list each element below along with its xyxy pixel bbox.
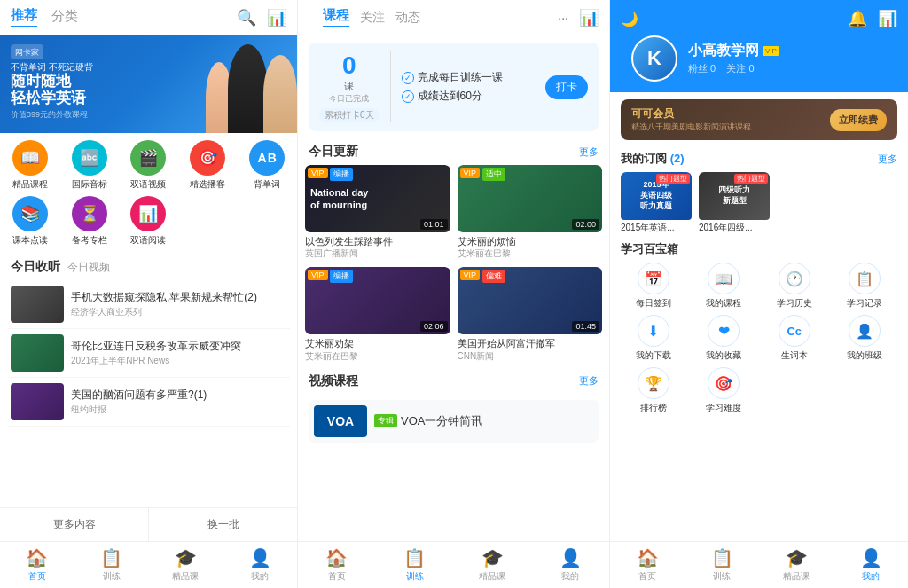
check-icon: ✓ (402, 72, 414, 84)
vip-sub: 精选八千期美剧电影新闻演讲课程 (631, 122, 751, 133)
vocab-icon: A B (249, 140, 285, 176)
nav-home[interactable]: 🏠 首页 (298, 547, 376, 583)
podcast-icon: 🎯 (190, 140, 225, 176)
list-item[interactable]: 手机大数据窥探隐私,苹果新规来帮忙(2) 经济学人商业系列 (7, 280, 290, 329)
tab-recommend[interactable]: 推荐 (11, 7, 37, 27)
sub-card-label: 2015年英语... (621, 222, 692, 234)
nav-mine[interactable]: 👤 我的 (531, 547, 609, 583)
cat-exam-prep[interactable]: ⏳ 备考专栏 (63, 196, 117, 247)
tab-dynamic[interactable]: 动态 (395, 10, 420, 26)
banner-sub: 不背单词 不死记硬背 (11, 61, 93, 74)
toolbox-daily-checkin[interactable]: 📅 每日签到 (621, 263, 686, 310)
video-thumb: VIP 编播 02:06 (305, 267, 450, 334)
video-card[interactable]: VIP 适中 02:00 艾米丽的烦恼 艾米丽在巴黎 (458, 165, 603, 260)
list-item[interactable]: 哥伦比亚连日反税务改革示威变冲突 2021年上半年NPR News (7, 329, 290, 378)
toolbox-my-class[interactable]: 👤 我的班级 (833, 315, 898, 362)
video-thumb: National dayof mourning VIP 编播 01:01 (305, 165, 450, 232)
vip-renew-button[interactable]: 立即续费 (830, 109, 887, 131)
tab-category[interactable]: 分类 (51, 8, 78, 27)
toolbox-download[interactable]: ⬇ 我的下载 (621, 315, 686, 362)
cat-phonetics[interactable]: 🔤 国际音标 (63, 140, 117, 191)
cat-vocab[interactable]: A B 背单词 (239, 140, 294, 191)
cat-label: 课本点读 (12, 234, 48, 247)
cat-bilingual-video[interactable]: 🎬 双语视频 (121, 140, 176, 191)
sign-button[interactable]: 打卡 (545, 75, 588, 99)
refresh-button[interactable]: 换一批 (149, 508, 297, 541)
video-card[interactable]: VIP 编播 02:06 艾米丽劝架 艾米丽在巴黎 (305, 267, 450, 362)
vip-banner[interactable]: 可可会员 精选八千期美剧电影新闻演讲课程 立即续费 (621, 99, 897, 140)
video-thumb: VIP 偏难 01:45 (458, 267, 603, 334)
vip-badge: VIP (460, 168, 481, 178)
banner-price: 价值399元的外教课程 (11, 109, 93, 121)
cat-label: 双语阅读 (130, 234, 166, 247)
subscription-more[interactable]: 更多 (878, 153, 897, 166)
toolbox-title: 学习百宝箱 (621, 241, 897, 257)
today-title: 今日收听 (11, 259, 60, 275)
nav-training[interactable]: 📋 训练 (376, 547, 454, 583)
left-bottom-nav: 🏠 首页 📋 训练 🎓 精品课 👤 我的 (0, 541, 297, 588)
right-header: 🌙 🔔 📊 K 小高教学网 VIP 粉丝 0 关注 0 (610, 0, 908, 92)
sub-card[interactable]: 2015年英语四级听力真题 热门题型 2015年英语... (621, 172, 692, 234)
nav-home[interactable]: 🏠 首页 (0, 547, 74, 583)
video-source: 英国广播新闻 (305, 247, 450, 260)
textbook-icon: 📚 (12, 196, 48, 231)
progress-left: 0 课 今日已完成 累积打卡0天 (319, 51, 391, 122)
listen-info: 手机大数据窥探隐私,苹果新规来帮忙(2) 经济学人商业系列 (71, 290, 286, 319)
vip-badge: VIP (460, 270, 481, 280)
today-update-more[interactable]: 更多 (579, 145, 599, 159)
profile-stats: 粉丝 0 关注 0 (688, 62, 779, 75)
toolbox-favorites[interactable]: ❤ 我的收藏 (692, 315, 757, 362)
search-icon[interactable]: 🔍 (237, 8, 256, 27)
toolbox-ranking[interactable]: 🏆 排行榜 (621, 367, 686, 414)
toolbox-difficulty[interactable]: 🎯 学习难度 (692, 367, 757, 414)
tab-course[interactable]: 课程 (323, 7, 349, 27)
nav-home[interactable]: 🏠 首页 (610, 547, 685, 583)
nav-label: 首页 (328, 570, 346, 583)
hot-badge: 热门题型 (734, 174, 768, 184)
nav-premium[interactable]: 🎓 精品课 (759, 547, 834, 583)
subscription-count: (2) (670, 152, 685, 165)
toolbox-label: 我的下载 (636, 349, 671, 362)
video-source: CNN新闻 (458, 350, 603, 363)
nav-label: 训练 (103, 570, 121, 583)
sub-card[interactable]: 四级听力新题型 热门题型 2016年四级... (699, 172, 770, 234)
nav-premium[interactable]: 🎓 精品课 (454, 547, 532, 583)
calendar-icon: 📅 (638, 263, 669, 294)
nav-mine[interactable]: 👤 我的 (223, 547, 297, 583)
cat-label: 双语视频 (130, 178, 166, 191)
chart-icon[interactable]: 📊 (579, 8, 599, 27)
list-item[interactable]: 美国的酗酒问题有多严重?(1) 纽约时报 (7, 378, 290, 427)
profile-info: 小高教学网 VIP 粉丝 0 关注 0 (688, 42, 779, 75)
video-card[interactable]: National dayof mourning VIP 编播 01:01 以色列… (305, 165, 450, 260)
task-item: ✓ 成绩达到60分 (402, 87, 545, 106)
class-icon: 👤 (849, 315, 881, 347)
type-badge: 编播 (330, 270, 353, 283)
video-course-more[interactable]: 更多 (579, 374, 599, 388)
toolbox-my-course[interactable]: 📖 我的课程 (692, 263, 757, 310)
bell-icon[interactable]: 🔔 (848, 9, 867, 28)
video-card[interactable]: VIP 偏难 01:45 美国开始从阿富汗撤军 CNN新闻 (458, 267, 603, 362)
chart-icon[interactable]: 📊 (878, 9, 897, 28)
voa-card[interactable]: VOA 专辑 VOA一分钟简讯 (309, 400, 599, 443)
nav-premium[interactable]: 🎓 精品课 (149, 547, 223, 583)
middle-bottom-nav: 🏠 首页 📋 训练 🎓 精品课 👤 我的 (298, 541, 609, 588)
nav-training[interactable]: 📋 训练 (74, 547, 149, 583)
chart-icon[interactable]: 📊 (267, 8, 286, 27)
cat-podcast[interactable]: 🎯 精选播客 (181, 140, 235, 191)
tab-follow[interactable]: 关注 (360, 10, 385, 26)
toolbox-record[interactable]: 📋 学习记录 (833, 263, 898, 310)
more-icon[interactable]: ··· (558, 11, 568, 25)
promo-banner[interactable]: 网卡家 不背单词 不死记硬背 随时随地轻松学英语 价值399元的外教课程 (0, 35, 297, 133)
video-duration: 02:00 (572, 219, 599, 230)
bilingual-video-icon: 🎬 (130, 140, 166, 176)
toolbox-history[interactable]: 🕐 学习历史 (762, 263, 827, 310)
nav-mine[interactable]: 👤 我的 (834, 547, 908, 583)
nav-label: 首页 (28, 570, 46, 583)
toolbox-vocab-book[interactable]: Cc 生词本 (762, 315, 827, 362)
nav-training[interactable]: 📋 训练 (685, 547, 759, 583)
cat-premium-course[interactable]: 📖 精品课程 (4, 140, 58, 191)
vocab-book-icon: Cc (779, 315, 810, 347)
cat-textbook[interactable]: 📚 课本点读 (4, 196, 58, 247)
load-more-button[interactable]: 更多内容 (0, 508, 149, 541)
cat-bilingual-reading[interactable]: 📊 双语阅读 (121, 196, 176, 247)
